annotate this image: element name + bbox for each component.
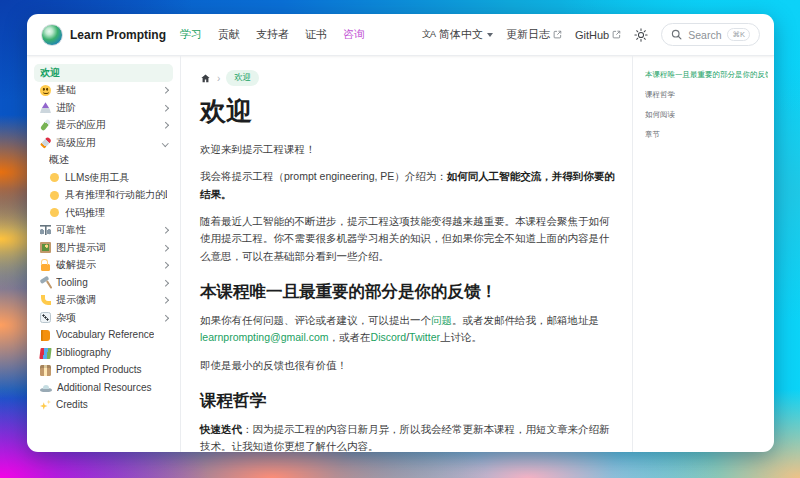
- search-shortcut-badge: ⌘K: [727, 28, 750, 41]
- navbar: Learn Prompting 学习 贡献 支持者 证书 咨询 文A 简体中文 …: [27, 14, 774, 56]
- books-icon: [39, 348, 51, 359]
- sidebar-group-advanced: 概述 LLMs使用工具 具有推理和行动能力的LLMs 代码推理: [34, 152, 173, 222]
- nav-link-contribute[interactable]: 贡献: [218, 27, 240, 42]
- chevron-right-icon[interactable]: [162, 297, 168, 303]
- locale-label: 简体中文: [439, 27, 483, 42]
- wizard-icon: [40, 102, 51, 113]
- paragraph-definition: 我会将提示工程（prompt engineering, PE）介绍为：如何同人工…: [200, 168, 616, 203]
- sidebar-item-advanced-applications[interactable]: 高级应用: [34, 134, 173, 152]
- sidebar-item-applied-prompting[interactable]: 提示的应用: [34, 117, 173, 135]
- github-link[interactable]: GitHub: [575, 29, 621, 41]
- sidebar-item-prompt-hacking[interactable]: 破解提示: [34, 257, 173, 275]
- sidebar-item-basics[interactable]: 基础: [34, 82, 173, 100]
- breadcrumb-home[interactable]: [200, 73, 211, 84]
- site-window: Learn Prompting 学习 贡献 支持者 证书 咨询 文A 简体中文 …: [27, 14, 774, 452]
- navbar-links: 学习 贡献 支持者 证书 咨询: [180, 27, 365, 42]
- search-icon: [671, 29, 682, 40]
- twitter-link[interactable]: Twitter: [409, 331, 440, 343]
- email-link[interactable]: learnprompting@gmail.com: [200, 331, 329, 343]
- github-label: GitHub: [575, 29, 609, 41]
- chevron-down-icon[interactable]: [162, 140, 168, 146]
- brand-title[interactable]: Learn Prompting: [70, 28, 166, 42]
- sidebar-item-tooling[interactable]: Tooling: [34, 274, 173, 292]
- desktop-background: Learn Prompting 学习 贡献 支持者 证书 咨询 文A 简体中文 …: [0, 0, 800, 478]
- rocket-icon: [40, 137, 52, 149]
- sidebar-item-credits[interactable]: Credits: [34, 397, 173, 415]
- translate-icon: 文A: [422, 28, 435, 41]
- breadcrumb-separator: ›: [217, 73, 220, 84]
- chevron-right-icon[interactable]: [162, 245, 168, 251]
- chevron-right-icon[interactable]: [162, 122, 168, 128]
- search-placeholder: Search: [688, 29, 721, 41]
- home-icon: [200, 73, 211, 84]
- paragraph-small-feedback: 即使是最小的反馈也很有价值！: [200, 357, 616, 374]
- sidebar-item-llms-reason-act[interactable]: 具有推理和行动能力的LLMs: [43, 187, 173, 205]
- external-link-icon: [612, 30, 621, 39]
- toc-item-how-to-read[interactable]: 如何阅读: [645, 110, 768, 120]
- changelog-link[interactable]: 更新日志: [506, 27, 562, 42]
- yellow-circle-icon: [50, 208, 59, 217]
- paragraph-feedback: 如果你有任何问题、评论或者建议，可以提出一个问题。或者发邮件给我，邮箱地址是le…: [200, 312, 616, 347]
- yellow-circle-icon: [50, 191, 59, 200]
- sidebar-item-miscellaneous[interactable]: 杂项: [34, 309, 173, 327]
- nav-link-learn[interactable]: 学习: [180, 27, 202, 42]
- package-icon: [40, 365, 51, 376]
- scales-icon: [40, 225, 51, 236]
- hammer-icon: [40, 277, 51, 288]
- sparkles-icon: [40, 400, 51, 411]
- test-tube-icon: [40, 119, 51, 132]
- chevron-right-icon[interactable]: [162, 105, 168, 111]
- sidebar-item-reliability[interactable]: 可靠性: [34, 222, 173, 240]
- chevron-right-icon[interactable]: [162, 87, 168, 93]
- sidebar-item-code-reasoning[interactable]: 代码推理: [43, 204, 173, 222]
- nav-link-consulting[interactable]: 咨询: [343, 27, 365, 42]
- nav-link-supporters[interactable]: 支持者: [256, 27, 289, 42]
- sun-icon: [634, 28, 648, 42]
- theme-toggle[interactable]: [634, 28, 648, 42]
- sidebar-item-prompt-tuning[interactable]: 提示微调: [34, 292, 173, 310]
- nav-link-certificate[interactable]: 证书: [305, 27, 327, 42]
- chevron-right-icon[interactable]: [162, 227, 168, 233]
- yellow-circle-icon: [50, 173, 59, 182]
- search-input[interactable]: Search ⌘K: [661, 23, 760, 46]
- chevron-right-icon[interactable]: [162, 280, 168, 286]
- chevron-right-icon[interactable]: [162, 315, 168, 321]
- breadcrumb-current[interactable]: 欢迎: [226, 70, 259, 86]
- toc-item-philosophy[interactable]: 课程哲学: [645, 90, 768, 100]
- page-title: 欢迎: [200, 94, 616, 129]
- sidebar-item-intermediate[interactable]: 进阶: [34, 99, 173, 117]
- table-of-contents: 本课程唯一且最重要的部分是你的反馈! 课程哲学 如何阅读 章节: [632, 56, 774, 452]
- issue-link[interactable]: 问题: [431, 314, 452, 326]
- navbar-right: 文A 简体中文 更新日志 GitHub: [422, 23, 760, 46]
- sidebar-item-welcome[interactable]: 欢迎: [34, 64, 173, 82]
- external-link-icon: [553, 30, 562, 39]
- sidebar-item-llms-using-tools[interactable]: LLMs使用工具: [43, 169, 173, 187]
- locale-dropdown[interactable]: 文A 简体中文: [422, 27, 493, 42]
- learn-prompting-logo[interactable]: [41, 24, 63, 46]
- flexed-biceps-icon: [41, 295, 51, 305]
- caret-down-icon: [487, 33, 493, 37]
- orange-book-icon: [41, 330, 51, 342]
- framed-picture-icon: [40, 242, 51, 253]
- breadcrumb: › 欢迎: [200, 70, 616, 86]
- discord-link[interactable]: Discord: [371, 331, 407, 343]
- open-lock-icon: [41, 264, 50, 271]
- toc-item-chapters[interactable]: 章节: [645, 130, 768, 140]
- section-heading-philosophy: 课程哲学: [200, 390, 616, 412]
- chevron-right-icon[interactable]: [162, 262, 168, 268]
- sidebar: 欢迎 基础 进阶 提示的应用 高级应用 概述 LLMs使用工具 具有推理和行动能…: [27, 56, 181, 452]
- flying-saucer-icon: [40, 388, 52, 393]
- paragraph-importance: 随着最近人工智能的不断进步，提示工程这项技能变得越来越重要。本课程会聚焦于如何使…: [200, 213, 616, 265]
- sidebar-item-overview[interactable]: 概述: [43, 152, 173, 170]
- paragraph-fast-iteration: 快速迭代：因为提示工程的内容日新月异，所以我会经常更新本课程，用短文章来介绍新技…: [200, 421, 616, 452]
- sidebar-item-image-prompting[interactable]: 图片提示词: [34, 239, 173, 257]
- smiley-icon: [40, 85, 51, 96]
- die-icon: [40, 312, 51, 323]
- sidebar-item-vocabulary-reference[interactable]: Vocabulary Reference: [34, 327, 173, 345]
- changelog-label: 更新日志: [506, 27, 550, 42]
- sidebar-item-bibliography[interactable]: Bibliography: [34, 344, 173, 362]
- toc-item-feedback[interactable]: 本课程唯一且最重要的部分是你的反馈!: [645, 70, 768, 80]
- sidebar-item-prompted-products[interactable]: Prompted Products: [34, 362, 173, 380]
- sidebar-item-additional-resources[interactable]: Additional Resources: [34, 379, 173, 397]
- section-heading-feedback: 本课程唯一且最重要的部分是你的反馈！: [200, 281, 616, 303]
